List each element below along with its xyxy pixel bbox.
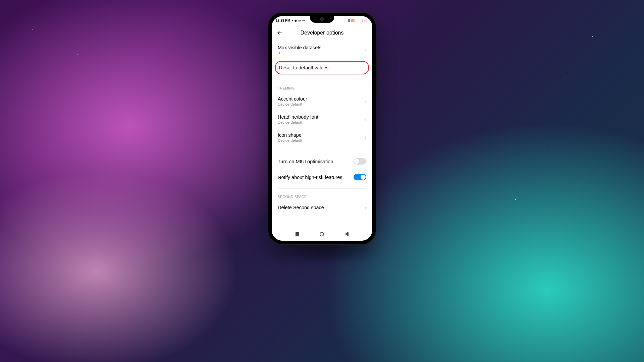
navigation-bar [272, 227, 372, 241]
nav-home-button[interactable] [319, 231, 325, 237]
nav-recent-button[interactable] [294, 231, 301, 237]
triangle-icon [345, 232, 348, 236]
page-title: Developer options [301, 30, 344, 36]
circle-icon [320, 232, 324, 236]
row-accent-colour[interactable]: Accent colour Device default › [272, 92, 372, 110]
chevron-right-icon: › [365, 47, 366, 53]
divider [278, 80, 366, 80]
phone-frame: 12:29 PM ● ◉ M ⋯ ▯ 📶 ⋮⋮ ⬜ Developer opti… [268, 13, 376, 244]
row-title: Accent colour [278, 96, 365, 102]
app-header: Developer options [272, 25, 372, 41]
row-max-visible-datasets[interactable]: Max visible datasets 0 › [272, 41, 372, 59]
phone-screen: 12:29 PM ● ◉ M ⋯ ▯ 📶 ⋮⋮ ⬜ Developer opti… [272, 16, 372, 241]
notch [310, 16, 334, 23]
row-subtitle: Device default [278, 102, 365, 106]
power-button [376, 80, 377, 93]
front-camera [320, 17, 324, 21]
row-title: Icon shape [278, 132, 365, 138]
section-theming: THEMING [272, 82, 372, 92]
row-headline-body-font[interactable]: Headline/body font Device default › [272, 110, 372, 128]
signal-icon: 📶 [351, 19, 355, 22]
chevron-right-icon: › [365, 135, 366, 140]
row-title: Max visible datasets [278, 45, 365, 50]
row-subtitle: Device default [278, 138, 365, 142]
row-title: Notify about high-risk features [278, 175, 342, 180]
row-subtitle: 0 [278, 51, 365, 55]
square-icon [296, 232, 299, 236]
toggle-notify-high-risk[interactable] [354, 174, 366, 180]
section-second-space: SECOND SPACE [272, 191, 372, 201]
row-delete-second-space[interactable]: Delete Second space › [272, 201, 372, 214]
divider [278, 188, 366, 189]
row-title: Delete Second space [278, 205, 324, 210]
row-icon-shape[interactable]: Icon shape Device default › [272, 128, 372, 146]
chevron-right-icon: › [365, 117, 366, 122]
row-reset-to-default[interactable]: Reset to default values › [275, 61, 369, 74]
row-notify-high-risk[interactable]: Notify about high-risk features [272, 169, 372, 185]
status-notification-icons: ● ◉ M ⋯ [291, 19, 305, 22]
row-title: Turn on MIUI optimisation [278, 159, 333, 164]
row-miui-optimisation[interactable]: Turn on MIUI optimisation [272, 154, 372, 169]
sim-icon: ▯ [348, 19, 350, 22]
toggle-knob [354, 159, 359, 164]
settings-list[interactable]: Max visible datasets 0 › Reset to defaul… [272, 41, 372, 227]
chevron-right-icon: › [365, 99, 366, 104]
divider [278, 150, 366, 150]
row-subtitle: Device default [278, 120, 365, 124]
toggle-knob [361, 175, 366, 180]
back-button[interactable] [276, 29, 283, 36]
wifi-icon: ⋮⋮ [356, 19, 362, 22]
volume-button [376, 56, 377, 76]
battery-icon: ⬜ [363, 19, 368, 22]
status-time: 12:29 PM [276, 19, 290, 22]
row-title: Headline/body font [278, 114, 365, 120]
toggle-miui-optimisation[interactable] [354, 158, 366, 165]
nav-back-button[interactable] [343, 231, 350, 237]
chevron-right-icon: › [365, 205, 366, 210]
row-title: Reset to default values [279, 65, 329, 70]
chevron-right-icon: › [363, 65, 365, 70]
